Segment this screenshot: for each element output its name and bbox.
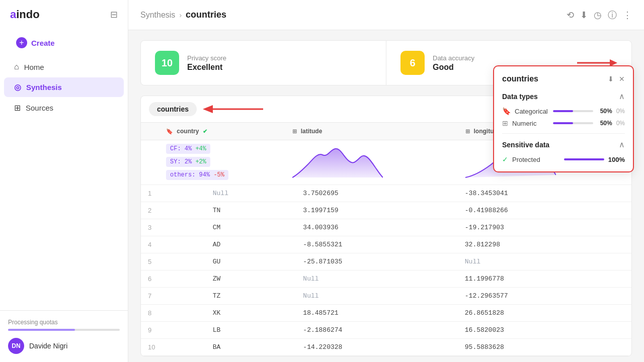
row-number: 10 (141, 339, 206, 356)
table-row: 8XK18.48572126.8651828 (141, 305, 631, 322)
categorical-icon: 🔖 (502, 107, 511, 115)
numeric-icon: ⊞ (502, 119, 508, 127)
panel-header: countries ⬇ ✕ (502, 74, 625, 83)
processing-fill (8, 329, 75, 331)
table-icon-lat: ⊞ (292, 128, 297, 134)
accuracy-value: Good (433, 63, 474, 72)
panel-title: countries (502, 74, 538, 83)
cell-country: TN (206, 202, 296, 219)
categorical-label: Categorical (515, 108, 549, 115)
more-icon[interactable]: ⋮ (623, 10, 632, 21)
collapse-icon-2[interactable]: ∧ (619, 140, 625, 149)
header: Synthesis › countries ⟲ ⬇ ◷ ⓘ ⋮ (128, 0, 644, 30)
collapse-icon[interactable]: ∧ (619, 92, 625, 101)
cell-latitude: 18.485721 (296, 305, 457, 322)
synthesis-icon: ◎ (14, 82, 21, 92)
accuracy-label: Data accuracy (433, 54, 474, 62)
clock-icon[interactable]: ◷ (594, 10, 602, 21)
avatar: DN (8, 338, 24, 354)
cell-country: AD (206, 236, 296, 253)
privacy-score-label: Privacy score (187, 54, 226, 62)
breadcrumb: Synthesis › countries (140, 10, 226, 20)
col-header-country: 🔖 country ✔ (159, 123, 285, 140)
row-number: 7 (141, 288, 206, 305)
breadcrumb-parent: Synthesis (140, 11, 175, 20)
numeric-label: Numeric (512, 120, 549, 127)
row-number: 3 (141, 219, 206, 236)
panel-close-icon[interactable]: ✕ (619, 75, 625, 83)
cell-longitude: -19.217903 (458, 219, 631, 236)
cell-longitude: 95.5883628 (458, 339, 631, 356)
cell-latitude: Null (296, 270, 457, 288)
table-row: 3CM34.003936-19.217903 (141, 219, 631, 236)
table-row: 1Null3.7502695-38.3453041 (141, 185, 631, 202)
main: Synthesis › countries ⟲ ⬇ ◷ ⓘ ⋮ 10 Priva… (128, 0, 644, 362)
svg-marker-2 (203, 105, 213, 113)
privacy-score-badge: 10 (155, 51, 179, 75)
cell-country: CM (206, 219, 296, 236)
categorical-progress-fill (553, 110, 573, 112)
protected-progress-bar (564, 158, 604, 160)
privacy-score-card: 10 Privacy score Excellent (141, 41, 386, 85)
cell-country: LB (206, 322, 296, 339)
download-icon[interactable]: ⬇ (580, 10, 588, 21)
sensitive-data-section-header: Sensitive data ∧ (502, 140, 625, 149)
sources-icon: ⊞ (14, 103, 21, 113)
cell-longitude: 11.1996778 (458, 270, 631, 288)
cell-longitude: -38.3453041 (458, 185, 631, 202)
accuracy-info: Data accuracy Good (433, 54, 474, 72)
cell-longitude: Null (458, 253, 631, 270)
protected-row: ✓ Protected 100% (502, 155, 625, 163)
type-numeric-row: ⊞ Numeric 50% 0% (502, 119, 625, 127)
sidebar-item-synthesis[interactable]: ◎ Synthesis (4, 77, 124, 97)
tag-cf: CF: 4% +4% (166, 144, 210, 154)
breadcrumb-separator: › (179, 11, 182, 19)
logo-area: aindo ⊟ (0, 0, 128, 29)
verified-icon: ✔ (203, 128, 207, 134)
home-icon: ⌂ (14, 62, 19, 71)
panel-download-icon[interactable]: ⬇ (608, 75, 614, 83)
categorical-progress-bar (553, 110, 593, 112)
sidebar-item-sources[interactable]: ⊞ Sources (4, 98, 124, 118)
cell-country: Null (206, 185, 296, 202)
cell-longitude: 32.812298 (458, 236, 631, 253)
categorical-pct: 50% (597, 108, 612, 115)
divider (502, 133, 625, 134)
cell-longitude: -12.2963577 (458, 288, 631, 305)
cell-country: GU (206, 253, 296, 270)
sidebar-toggle[interactable]: ⊟ (110, 9, 118, 20)
col-header-num (141, 123, 159, 140)
row-number: 5 (141, 253, 206, 270)
header-actions: ⟲ ⬇ ◷ ⓘ ⋮ (567, 9, 632, 21)
row-number: 6 (141, 270, 206, 288)
panel-actions: ⬇ ✕ (608, 75, 625, 83)
sidebar-nav: ⌂ Home ◎ Synthesis ⊞ Sources (0, 56, 128, 119)
sidebar-item-home[interactable]: ⌂ Home (4, 57, 124, 76)
privacy-score-value: Excellent (187, 63, 226, 72)
cell-latitude: -8.5855321 (296, 236, 457, 253)
accuracy-badge: 6 (400, 51, 425, 75)
cell-longitude: -0.41988266 (458, 202, 631, 219)
history-icon[interactable]: ⟲ (567, 10, 574, 21)
table-row: 10BA-14.22032895.5883628 (141, 339, 631, 356)
info-icon[interactable]: ⓘ (608, 9, 617, 21)
cell-latitude: -25.871035 (296, 253, 457, 270)
row-number: 4 (141, 236, 206, 253)
create-button[interactable]: + Create (8, 33, 120, 52)
sidebar-bottom: Processing quotas DN Davide Nigri (0, 310, 128, 362)
countries-tab[interactable]: countries (149, 102, 197, 116)
shield-icon: ✓ (502, 155, 508, 163)
cell-latitude: 3.7502695 (296, 185, 457, 202)
app-logo: aindo (10, 8, 40, 21)
processing-label: Processing quotas (8, 319, 120, 326)
latitude-sparkline (285, 140, 458, 185)
cell-longitude: 16.5820023 (458, 322, 631, 339)
numeric-progress-bar (553, 122, 593, 124)
numeric-zero: 0% (616, 120, 625, 127)
data-rows-table: 1Null3.7502695-38.34530412TN3.1997159-0.… (141, 185, 631, 356)
cell-latitude: -14.220328 (296, 339, 457, 356)
cell-latitude: 34.003936 (296, 219, 457, 236)
bookmark-icon: 🔖 (166, 128, 173, 134)
cell-latitude: Null (296, 288, 457, 305)
cell-latitude: -2.1886274 (296, 322, 457, 339)
